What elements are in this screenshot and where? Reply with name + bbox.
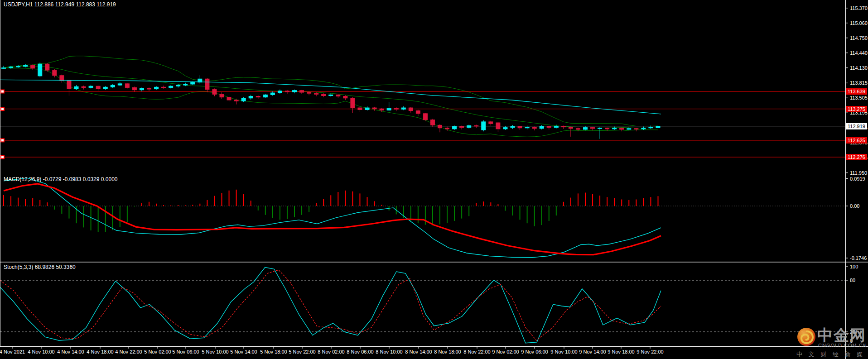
candle-body (154, 87, 159, 89)
indicator-tick-label: 0.00 (850, 203, 859, 209)
candle-body (53, 70, 57, 76)
candle-body (620, 128, 624, 129)
macd-indicator-label: MACD(12,26,9) -0.0729 -0.0983 0.0329 0.0… (4, 177, 118, 182)
candle-body (365, 108, 369, 110)
candle-body (67, 81, 71, 88)
time-tick-label: 9 Nov 10:00 (550, 349, 577, 354)
time-tick-label: 8 Nov 14:00 (405, 349, 432, 354)
time-tick-label: 5 Nov 14:00 (230, 349, 257, 354)
candle-body (351, 98, 355, 108)
candle-body (554, 126, 558, 127)
bollinger-upper (4, 56, 658, 126)
price-tick-label: 113.815 (850, 80, 868, 86)
indicator-tick-label: 0.0919 (850, 176, 865, 182)
candle-body (270, 93, 275, 95)
cngold-watermark: 中金网 CNGOLD.COM.CN 中 文 财 经 新 媒 体 (796, 324, 868, 359)
candle-body (16, 67, 20, 67)
time-tick-label: 5 Nov 22:00 (289, 349, 315, 354)
cngold-logo-icon (797, 328, 815, 346)
candle-body (278, 91, 282, 93)
candle-body (234, 100, 238, 101)
candle-body (641, 128, 646, 129)
price-tick-label: 111.950 (850, 170, 867, 176)
candle-body (460, 127, 464, 128)
candle-body (118, 84, 122, 85)
candle-body (467, 125, 471, 127)
candle-body (140, 89, 144, 90)
line-handle-marker (1, 156, 4, 159)
candle-body (38, 64, 42, 76)
time-tick-label: 8 Nov 18:00 (434, 349, 461, 354)
candle-body (336, 95, 340, 96)
candle-body (162, 87, 166, 88)
candle-body (191, 82, 195, 84)
line-handle-marker (1, 139, 4, 142)
price-tick-label: 114.750 (850, 35, 868, 41)
time-tick-label: 8 Nov 02:00 (318, 349, 344, 354)
symbol-title: USDJPY,H1 112.886 112.949 112.883 112.91… (4, 2, 116, 7)
price-tick-label: 114.130 (850, 65, 868, 71)
level-price-badge: 113.275 (846, 106, 867, 112)
line-handle-marker (1, 107, 4, 110)
candle-body (249, 96, 253, 98)
candle-body (656, 126, 660, 128)
time-tick-label: 8 Nov 22:00 (463, 349, 490, 354)
time-tick-label: 8 Nov 06:00 (347, 349, 373, 354)
time-tick-label: 8 Nov 10:00 (376, 349, 402, 354)
time-tick-label: 5 Nov 02:00 (144, 349, 171, 354)
price-tick-label: 113.505 (850, 95, 868, 101)
candle-body (387, 108, 391, 110)
candle-body (569, 127, 573, 129)
time-tick-label: 9 Nov 06:00 (521, 349, 548, 354)
candle-body (220, 94, 224, 97)
candle-body (285, 91, 289, 92)
candle-body (532, 127, 536, 129)
time-tick-label: 5 Nov 18:00 (260, 349, 287, 354)
time-tick-label: 4 Nov 22:00 (115, 349, 142, 354)
candle-body (605, 128, 609, 129)
candle-body (394, 108, 398, 109)
candle-body (649, 127, 653, 128)
candle-body (372, 108, 376, 109)
candle-body (489, 122, 493, 124)
candle-body (518, 127, 522, 128)
candle-body (540, 127, 544, 129)
bollinger-lower (4, 68, 658, 137)
candle-body (74, 86, 78, 88)
candle-body (132, 87, 136, 90)
stoch-indicator-label: Stoch(5,3,3) 68.9826 50.3360 (4, 264, 76, 270)
candle-body (598, 128, 602, 129)
time-tick-label: 4 Nov 2021 (0, 349, 25, 354)
candle-body (322, 94, 326, 96)
bollinger-middle (4, 67, 658, 128)
candle-body (263, 95, 267, 97)
candle-body (293, 91, 297, 92)
candle-body (474, 125, 478, 126)
candle-body (423, 114, 427, 120)
candle-body (627, 129, 631, 129)
candle-body (591, 128, 595, 129)
candle-body (111, 85, 115, 87)
level-price-badge: 112.625 (846, 137, 867, 144)
time-tick-label: 9 Nov 22:00 (637, 349, 663, 354)
candle-body (31, 65, 35, 68)
price-tick-label: 114.440 (850, 50, 868, 56)
candle-body (547, 127, 551, 128)
current-price-badge: 112.919 (846, 123, 867, 129)
candle-body (445, 128, 449, 129)
chart-canvas[interactable] (0, 0, 868, 359)
level-price-badge: 112.276 (846, 154, 867, 160)
watermark-domain-text: CNGOLD.COM.CN (818, 343, 867, 348)
time-tick-label: 4 Nov 18:00 (87, 349, 113, 354)
indicator-tick-label: 80 (850, 278, 855, 283)
candle-body (343, 96, 347, 98)
candle-body (169, 86, 173, 87)
candle-body (496, 123, 500, 129)
price-tick-label: 115.370 (850, 5, 868, 11)
candle-body (2, 68, 6, 69)
candle-body (409, 108, 413, 110)
candle-body (583, 128, 588, 129)
line-handle-marker (1, 90, 4, 93)
macd-main-line (4, 178, 661, 258)
candle-body (24, 65, 28, 66)
